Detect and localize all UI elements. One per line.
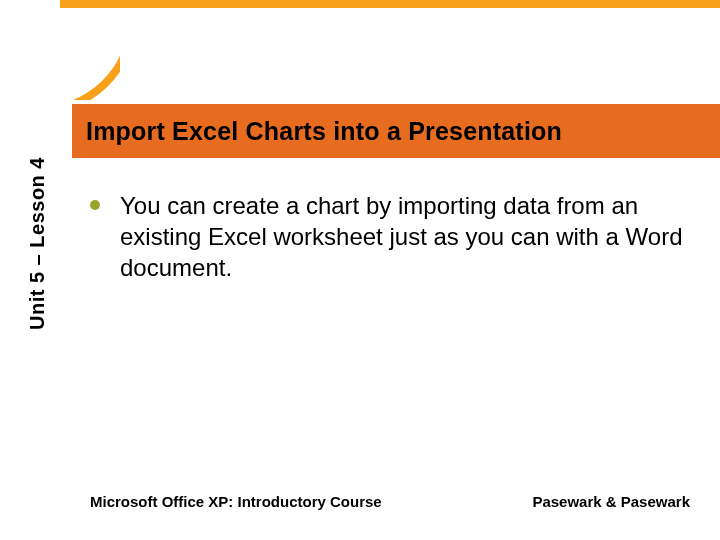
slide-title: Import Excel Charts into a Presentation: [86, 117, 562, 146]
footer-left: Microsoft Office XP: Introductory Course: [90, 493, 382, 510]
footer: Microsoft Office XP: Introductory Course…: [90, 493, 690, 510]
content-area: You can create a chart by importing data…: [90, 190, 690, 284]
bullet-text: You can create a chart by importing data…: [120, 190, 690, 284]
bullet-icon: [90, 200, 100, 210]
top-accent-stripe: [60, 0, 720, 8]
unit-lesson-label: Unit 5 – Lesson 4: [26, 157, 49, 330]
footer-right: Pasewark & Pasewark: [532, 493, 690, 510]
bullet-item: You can create a chart by importing data…: [90, 190, 690, 284]
corner-decoration: [0, 0, 120, 100]
title-band: Import Excel Charts into a Presentation: [72, 104, 720, 158]
